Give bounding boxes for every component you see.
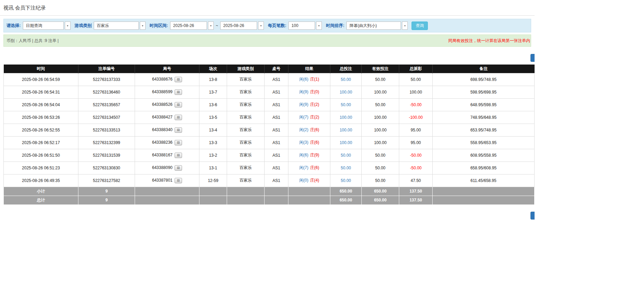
result-player: 闲(6) xyxy=(299,153,309,157)
video-replay-icon[interactable]: ▤ xyxy=(175,165,182,171)
replay-glyph: ▤ xyxy=(177,154,180,157)
date-to-input[interactable]: 2025-08-26 ▼ xyxy=(220,22,264,30)
cell-total-bet: 100.00 xyxy=(330,111,362,124)
total-empty-cell xyxy=(199,196,227,205)
date-from-value: 2025-08-26 xyxy=(170,22,207,30)
cell-game-type: 百家乐 xyxy=(227,73,265,86)
total-bet-link[interactable]: 50.00 xyxy=(341,153,351,158)
total-bet-link[interactable]: 50.00 xyxy=(341,77,351,82)
total-bet-link[interactable]: 100.00 xyxy=(340,140,352,145)
video-replay-icon[interactable]: ▤ xyxy=(175,89,182,95)
table-body: 2025-08-26 06:54:59 522763137333 6433886… xyxy=(4,73,535,187)
search-button[interactable]: 查询 xyxy=(411,22,428,30)
cell-round: 643388167▤ xyxy=(135,149,199,161)
cell-time: 2025-08-26 06:51:50 xyxy=(4,149,78,161)
total-bet-link[interactable]: 50.00 xyxy=(341,166,351,170)
subtotal-empty-cell xyxy=(227,187,265,196)
cell-result: 闲(6)庄(9) xyxy=(288,149,330,161)
cell-table-id: AS1 xyxy=(265,111,288,124)
replay-glyph: ▤ xyxy=(177,179,180,182)
video-replay-icon[interactable]: ▤ xyxy=(175,140,182,145)
cell-session: 13-7 xyxy=(199,86,227,98)
table-row: 2025-08-26 06:54:59 522763137333 6433886… xyxy=(4,73,535,86)
cell-game-type: 百家乐 xyxy=(227,174,265,187)
chevron-down-icon: ▼ xyxy=(140,22,146,30)
result-player: 闲(0) xyxy=(299,178,309,183)
cell-remark: 698.95/748.95 xyxy=(433,73,535,86)
chevron-down-icon: ▼ xyxy=(65,22,71,30)
cell-table-id: AS1 xyxy=(265,161,288,174)
total-total-bet: 650.00 xyxy=(330,196,362,205)
cell-total-bet: 50.00 xyxy=(330,174,362,187)
cell-result: 闲(3)庄(6) xyxy=(288,136,330,149)
column-header: 备注 xyxy=(433,65,535,73)
date-from-input[interactable]: 2025-08-26 ▼ xyxy=(170,22,214,30)
info-note-text: 同局有效投注，统一计算在该局第一张注单内 xyxy=(448,35,530,46)
column-header: 游戏类别 xyxy=(227,65,265,73)
cell-payout: 100.00 xyxy=(399,86,433,98)
cell-round: 643388427▤ xyxy=(135,111,199,124)
cell-game-type: 百家乐 xyxy=(227,149,265,161)
video-replay-icon[interactable]: ▤ xyxy=(175,178,182,183)
column-header: 总派彩 xyxy=(399,65,433,73)
subtotal-row: 小计 9 650.00 650.00 137.50 xyxy=(4,187,535,196)
cell-total-bet: 50.00 xyxy=(330,161,362,174)
result-player: 闲(2) xyxy=(299,127,309,132)
cell-time: 2025-08-26 06:52:55 xyxy=(4,124,78,136)
cell-time: 2025-08-26 06:52:17 xyxy=(4,136,78,149)
cell-result: 闲(9)庄(0) xyxy=(288,86,330,98)
total-count: 9 xyxy=(78,196,135,205)
cell-total-bet: 100.00 xyxy=(330,136,362,149)
cell-bet-id: 522763134507 xyxy=(78,111,135,124)
table-row: 2025-08-26 06:52:17 522763132399 6433882… xyxy=(4,136,535,149)
page-size-select[interactable]: 100 ▼ xyxy=(288,22,322,30)
cell-bet-id: 522763133513 xyxy=(78,124,135,136)
video-replay-icon[interactable]: ▤ xyxy=(175,127,182,133)
cell-table-id: AS1 xyxy=(265,136,288,149)
chevron-down-icon: ▼ xyxy=(208,22,214,30)
cell-remark: 608.95/558.95 xyxy=(433,149,535,161)
round-number: 643388340 xyxy=(152,127,173,132)
cell-remark: 653.95/748.95 xyxy=(433,124,535,136)
game-type-value: 百家乐 xyxy=(94,22,139,30)
cell-session: 13-1 xyxy=(199,161,227,174)
cell-bet-id: 522763130830 xyxy=(78,161,135,174)
video-replay-icon[interactable]: ▤ xyxy=(175,77,182,82)
cell-valid-bet: 100.00 xyxy=(362,86,399,98)
page-title: 视讯 会员下注纪录 xyxy=(3,5,535,11)
info-bar: 币别：人民币 | 总共 :9 注单 | 同局有效投注，统一计算在该局第一张注单内 xyxy=(3,34,531,47)
cell-bet-id: 522763127582 xyxy=(78,174,135,187)
cell-round: 643388526▤ xyxy=(135,98,199,111)
edge-button-top[interactable] xyxy=(530,54,535,62)
cell-session: 13-3 xyxy=(199,136,227,149)
game-type-select[interactable]: 百家乐 ▼ xyxy=(94,22,146,30)
total-valid-bet: 650.00 xyxy=(362,196,399,205)
video-replay-icon[interactable]: ▤ xyxy=(175,102,182,108)
cell-total-bet: 50.00 xyxy=(330,149,362,161)
result-banker: 庄(1) xyxy=(310,77,319,82)
page-size-value: 100 xyxy=(288,22,315,30)
cell-payout: 95.00 xyxy=(399,136,433,149)
total-bet-link[interactable]: 50.00 xyxy=(341,178,351,183)
video-replay-icon[interactable]: ▤ xyxy=(175,153,182,158)
cell-payout: -50.00 xyxy=(399,149,433,161)
result-player: 闲(9) xyxy=(299,89,309,94)
query-type-select[interactable]: 日期查询 ▼ xyxy=(23,22,71,30)
sort-select[interactable]: 降幂(由大到小) ▼ xyxy=(346,22,408,30)
replay-glyph: ▤ xyxy=(177,128,180,131)
table-row: 2025-08-26 06:54:31 522763136460 6433885… xyxy=(4,86,535,98)
cell-payout: 50.00 xyxy=(399,73,433,86)
cell-game-type: 百家乐 xyxy=(227,111,265,124)
video-replay-icon[interactable]: ▤ xyxy=(175,115,182,120)
total-bet-link[interactable]: 100.00 xyxy=(340,128,352,132)
currency-summary-text: 币别：人民币 | 总共 :9 注单 | xyxy=(6,35,59,46)
cell-game-type: 百家乐 xyxy=(227,98,265,111)
cell-remark: 658.95/608.95 xyxy=(433,161,535,174)
edge-button-bottom[interactable] xyxy=(530,212,535,220)
subtotal-total-bet: 650.00 xyxy=(330,187,362,196)
cell-session: 13-2 xyxy=(199,149,227,161)
subtotal-payout: 137.50 xyxy=(399,187,433,196)
total-bet-link[interactable]: 50.00 xyxy=(341,102,351,107)
total-bet-link[interactable]: 100.00 xyxy=(340,115,352,120)
total-bet-link[interactable]: 100.00 xyxy=(340,90,352,95)
